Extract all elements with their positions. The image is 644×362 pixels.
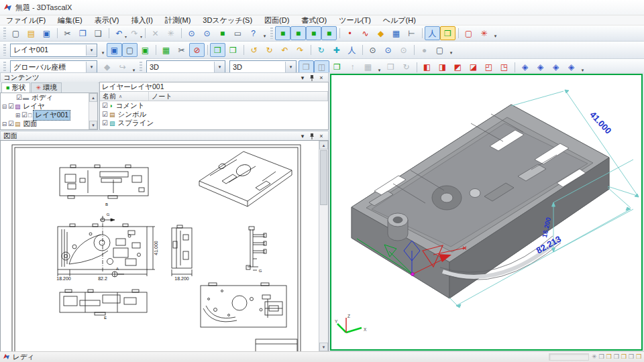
tree-item-body[interactable]: ☑▬ボディ	[1, 93, 97, 102]
filter-solid-button[interactable]: ■	[275, 26, 290, 40]
menu-drawing[interactable]: 図面(D)	[258, 15, 295, 25]
model-solid[interactable]	[352, 105, 609, 298]
contents-close-button[interactable]: ×	[317, 74, 325, 81]
solid-group-button[interactable]: ❒	[210, 43, 225, 57]
filter-point-button[interactable]: •	[342, 26, 358, 40]
view-name-combobox[interactable]: 3D ▾	[229, 60, 297, 74]
checkbox-icon[interactable]: ☑	[102, 102, 108, 109]
region-frame-button[interactable]: ▢	[461, 26, 476, 40]
view-mode-combobox[interactable]: 3D ▾	[146, 60, 225, 74]
layer-hide-button[interactable]: ⊘	[189, 43, 205, 57]
cut-button[interactable]: ✂	[60, 26, 75, 40]
new-file-button[interactable]: ▢	[8, 26, 23, 40]
checkbox-icon[interactable]: ☑	[8, 103, 14, 110]
filter-surface-button[interactable]: ◆	[373, 26, 388, 40]
solid-edit-button[interactable]: ❒	[440, 26, 455, 40]
page-layout-button[interactable]: ▭	[230, 26, 246, 40]
help-button[interactable]: ?	[246, 26, 261, 40]
open-file-button[interactable]: ▤	[23, 26, 39, 40]
contents-pin-button[interactable]	[309, 74, 315, 81]
filter-pipe-button[interactable]: ⊢	[404, 26, 419, 40]
zoom-point-button[interactable]: ⊙	[365, 43, 380, 57]
drawing-pin-button[interactable]	[309, 133, 315, 139]
contents-menu-button[interactable]: ▾	[299, 74, 307, 81]
undo-button[interactable]: ↶	[111, 26, 127, 40]
delete-button[interactable]: ✕	[148, 26, 163, 40]
drawing-scrollbar[interactable]: ▲ ▼	[319, 141, 328, 351]
menu-help[interactable]: ヘルプ(H)	[377, 15, 422, 25]
menu-format[interactable]: 書式(O)	[295, 15, 333, 25]
tree-item-layer001[interactable]: ⊞☑□レイヤ001	[1, 111, 97, 119]
column-name[interactable]: 名前∧	[100, 92, 149, 101]
layer-new-button[interactable]: ▣	[138, 43, 153, 57]
rotate-right-button[interactable]: ↻	[262, 43, 277, 57]
toolbar-overflow-button[interactable]: ▾	[447, 43, 455, 57]
combo-dropdown-icon[interactable]: ▾	[285, 62, 296, 72]
toolbar-grip[interactable]	[3, 44, 6, 56]
toolbar-overflow-button[interactable]: ▾	[99, 43, 107, 57]
toolbar-grip[interactable]	[3, 62, 6, 73]
tab-shape[interactable]: ■形状	[1, 82, 30, 93]
shaded-display-button[interactable]: ■	[215, 26, 230, 40]
zoom-back-button[interactable]: ⊙	[396, 43, 411, 57]
menu-measure[interactable]: 計測(M)	[159, 15, 197, 25]
layer-row-spline[interactable]: ☑▧スプライン	[100, 119, 328, 127]
zoom-all-button[interactable]: ⊙	[184, 26, 199, 40]
layer-check-button[interactable]: ▦	[158, 43, 174, 57]
combo-dropdown-icon[interactable]: ▾	[86, 45, 97, 56]
toolbar-grip[interactable]	[270, 27, 273, 39]
checkbox-icon[interactable]: ☑	[16, 94, 22, 101]
menu-insert[interactable]: 挿入(I)	[125, 15, 158, 25]
layer-row-comment[interactable]: ☑◗コメント	[100, 101, 328, 110]
coordinate-combobox[interactable]: グローバル座標 ▾	[10, 60, 97, 74]
tree-item-drawing[interactable]: ⊟☑▤図面	[1, 119, 97, 128]
layer-combobox[interactable]: レイヤ001 ▾	[10, 44, 97, 57]
combo-dropdown-icon[interactable]: ▾	[214, 62, 225, 72]
fit-view-button[interactable]: ▢	[432, 43, 447, 57]
menu-tools[interactable]: ツール(T)	[333, 15, 377, 25]
walkthrough-button[interactable]: 人	[344, 43, 360, 57]
column-note[interactable]: ノート	[149, 92, 328, 101]
filter-edge-button[interactable]: ■	[306, 26, 321, 40]
filter-face-button[interactable]: ■	[290, 26, 306, 40]
scrollbar-thumb[interactable]	[320, 150, 327, 205]
viewport-3d[interactable]: 41.000 82.213 16.200 Y X Z	[330, 74, 643, 351]
filter-vertex-button[interactable]: ■	[321, 26, 337, 40]
menu-3dsketch[interactable]: 3Dスケッチ(S)	[197, 15, 258, 25]
menu-file[interactable]: ファイル(F)	[0, 15, 52, 25]
orbit-button[interactable]: ↻	[313, 43, 329, 57]
save-button[interactable]: ▣	[39, 26, 54, 40]
rotate-left-button[interactable]: ↺	[246, 43, 262, 57]
solid-single-button[interactable]: ❒	[225, 43, 241, 57]
tree-scrollbar[interactable]: ▲ ▼	[89, 93, 97, 129]
measure-walk-button[interactable]: 人	[425, 26, 440, 40]
checkbox-icon[interactable]: ☑	[102, 111, 108, 118]
menu-edit[interactable]: 編集(E)	[52, 15, 89, 25]
combo-dropdown-icon[interactable]: ▾	[86, 62, 97, 72]
filter-mesh-button[interactable]: ▦	[388, 26, 404, 40]
drawing-canvas[interactable]: 18.200 82.2 41.000 18.200 A B E G G ▲	[0, 140, 329, 352]
regen-button[interactable]: ✳	[163, 26, 178, 40]
pan-button[interactable]: ✚	[329, 43, 344, 57]
layer-filter-button[interactable]: ▣	[107, 43, 122, 57]
drawing-menu-button[interactable]: ▾	[299, 133, 307, 139]
checkbox-icon[interactable]: ☑	[102, 119, 108, 127]
menu-view[interactable]: 表示(V)	[89, 15, 125, 25]
scroll-up-icon[interactable]: ▲	[319, 141, 328, 149]
drawing-close-button[interactable]: ×	[317, 133, 325, 139]
layer-row-symbol[interactable]: ☑▤シンボル	[100, 110, 328, 119]
toolbar-overflow-button[interactable]: ▾	[492, 26, 499, 40]
toolbar-grip[interactable]	[3, 27, 6, 39]
scroll-down-icon[interactable]: ▼	[319, 343, 328, 351]
layer-frame-button[interactable]: ▢	[122, 43, 138, 57]
copy-button[interactable]: ❐	[75, 26, 91, 40]
burst-select-button[interactable]: ✳	[476, 26, 492, 40]
rotate-up-button[interactable]: ↶	[277, 43, 292, 57]
toolbar-overflow-button[interactable]: ▾	[261, 26, 268, 40]
silhouette-button[interactable]: ●	[417, 43, 432, 57]
zoom-window-button[interactable]: ⊙	[199, 26, 215, 40]
rotate-down-button[interactable]: ↷	[292, 43, 308, 57]
zoom-area-button[interactable]: ⊙	[380, 43, 396, 57]
filter-curve-button[interactable]: ∿	[358, 26, 373, 40]
checkbox-icon[interactable]: ☑	[21, 111, 28, 119]
